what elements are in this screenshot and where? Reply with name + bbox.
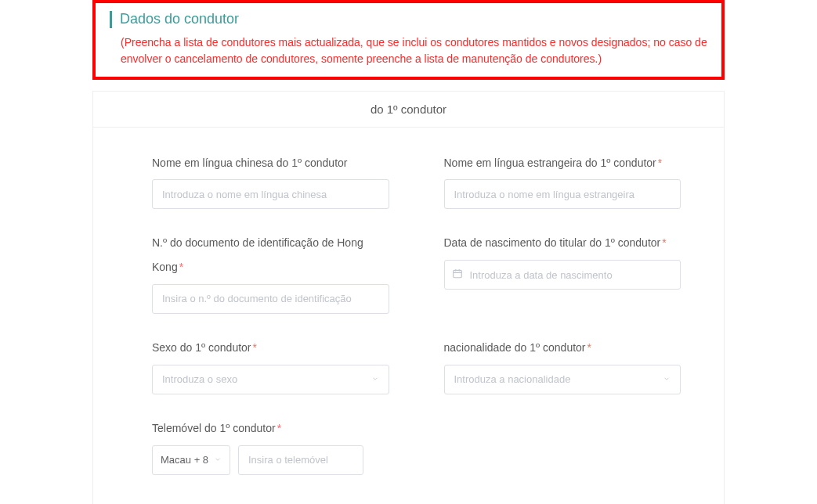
required-marker: *: [277, 422, 281, 434]
phone-prefix-value: Macau + 8: [161, 454, 208, 466]
input-doc-hk[interactable]: [152, 284, 389, 314]
label-nacionalidade: nacionalidade do 1º condutor*: [444, 336, 681, 360]
required-marker: *: [179, 261, 183, 273]
label-telemovel: Telemóvel do 1º condutor*: [152, 416, 389, 441]
select-phone-prefix[interactable]: Macau + 8: [152, 445, 230, 475]
card-header: do 1º condutor: [93, 92, 724, 128]
label-endereco: Endereço do 1º condutor*: [152, 497, 681, 504]
section-note: (Preencha a lista de condutores mais act…: [110, 34, 707, 67]
select-nacionalidade[interactable]: Introduza a nacionalidade: [444, 365, 681, 394]
label-sexo: Sexo do 1º condutor*: [152, 336, 389, 360]
select-nacionalidade-placeholder: Introduza a nacionalidade: [454, 373, 571, 385]
label-doc-hk: N.º do documento de identificação de Hon…: [152, 231, 389, 279]
form-card: do 1º condutor Nome em língua chinesa do…: [92, 91, 725, 504]
required-marker: *: [253, 341, 257, 354]
select-sexo-placeholder: Introduza o sexo: [162, 373, 237, 385]
label-nome-fr: Nome em língua estrangeira do 1º conduto…: [444, 151, 681, 175]
input-nome-cn[interactable]: [152, 179, 389, 209]
label-nascimento: Data de nascimento do titular do 1º cond…: [444, 231, 681, 255]
input-nascimento[interactable]: [444, 260, 681, 290]
required-marker: *: [662, 236, 666, 249]
required-marker: *: [658, 157, 662, 169]
required-marker: *: [587, 341, 591, 354]
input-nome-fr[interactable]: [444, 179, 681, 209]
select-sexo[interactable]: Introduza o sexo: [152, 365, 389, 394]
input-telemovel[interactable]: [238, 445, 363, 475]
label-nome-cn: Nome em língua chinesa do 1º condutor: [152, 151, 389, 175]
section-title: Dados do condutor: [110, 11, 707, 28]
chevron-down-icon: [663, 374, 671, 385]
header-highlight-box: Dados do condutor (Preencha a lista de c…: [92, 0, 725, 80]
chevron-down-icon: [371, 374, 379, 385]
chevron-down-icon: [214, 455, 222, 466]
